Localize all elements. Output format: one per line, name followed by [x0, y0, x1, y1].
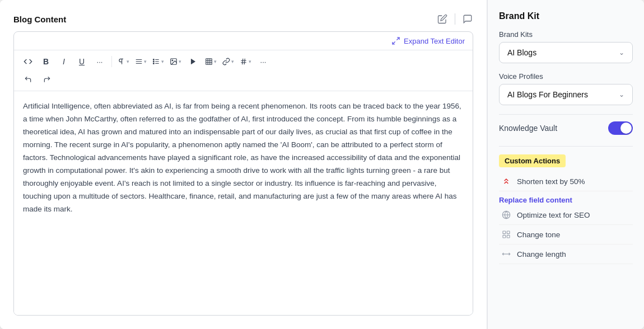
blog-title: Blog Content	[13, 15, 66, 24]
blog-header: Blog Content	[13, 13, 473, 25]
custom-actions-tag: Custom Actions	[499, 154, 566, 167]
blog-text: Artificial Intelligence, often abbreviat…	[23, 100, 464, 215]
italic-btn[interactable]: I	[55, 54, 72, 69]
change-tone-action[interactable]: Change tone	[499, 225, 633, 245]
svg-point-12	[172, 60, 173, 61]
svg-line-21	[242, 59, 243, 65]
toggle-knob	[620, 123, 632, 134]
underline-btn[interactable]: U	[73, 54, 90, 69]
table-btn[interactable]: ▾	[203, 54, 219, 69]
custom-actions-section: Custom Actions Shorten text by 50% Repla…	[499, 146, 633, 264]
voice-profiles-label: Voice Profiles	[499, 72, 633, 81]
svg-rect-28	[507, 235, 510, 238]
toolbar: B I U ··· ▾	[14, 50, 473, 91]
svg-rect-27	[503, 235, 506, 238]
expand-bar: Expand Text Editor	[14, 32, 473, 50]
optimize-seo-action[interactable]: Optimize text for SEO	[499, 205, 633, 225]
more1-btn[interactable]: ···	[91, 54, 108, 69]
svg-point-8	[153, 59, 154, 60]
link-btn[interactable]: ▾	[220, 54, 236, 69]
brand-kit-title: Brand Kit	[499, 11, 633, 21]
media-btn[interactable]	[185, 54, 202, 69]
expand-text-editor-link[interactable]: Expand Text Editor	[391, 36, 465, 45]
list-btn[interactable]: ▾	[150, 54, 166, 69]
svg-rect-14	[206, 59, 212, 65]
code-btn[interactable]	[20, 54, 36, 69]
header-divider	[455, 13, 455, 25]
sep1	[111, 56, 112, 67]
comment-icon[interactable]	[462, 13, 473, 25]
brand-kits-dropdown[interactable]: AI Blogs ⌄	[499, 42, 633, 63]
brand-kits-section: Brand Kits AI Blogs ⌄	[499, 30, 633, 63]
header-icons	[437, 13, 473, 25]
undo-btn[interactable]	[20, 72, 36, 87]
shorten-icon	[501, 176, 511, 186]
brand-kits-label: Brand Kits	[499, 30, 633, 39]
edit-icon[interactable]	[437, 13, 448, 25]
left-panel: Blog Content	[0, 0, 487, 329]
editor-box: Expand Text Editor B I	[13, 31, 473, 316]
image-btn[interactable]: ▾	[167, 54, 184, 69]
expand-label: Expand Text Editor	[404, 37, 465, 45]
svg-line-1	[393, 41, 395, 44]
shorten-text-label: Shorten text by 50%	[517, 177, 585, 186]
align-btn[interactable]: ▾	[133, 54, 149, 69]
svg-line-0	[396, 37, 399, 40]
svg-rect-26	[507, 231, 510, 234]
bold-btn[interactable]: B	[38, 54, 54, 69]
optimize-seo-label: Optimize text for SEO	[517, 211, 590, 219]
knowledge-vault-row: Knowledge Vault	[499, 114, 633, 137]
svg-marker-13	[191, 59, 195, 65]
redo-btn[interactable]	[39, 72, 55, 87]
voice-profiles-value: AI Blogs For Beginners	[507, 90, 588, 99]
length-icon	[501, 249, 511, 259]
brand-kits-value: AI Blogs	[507, 48, 536, 57]
knowledge-vault-toggle[interactable]	[608, 121, 633, 135]
change-tone-label: Change tone	[517, 231, 560, 239]
tone-icon	[501, 229, 511, 239]
shorten-text-action[interactable]: Shorten text by 50%	[499, 172, 633, 191]
toolbar-row-1: B I U ··· ▾	[20, 54, 467, 69]
paragraph-btn[interactable]: ▾	[115, 54, 132, 69]
seo-icon	[501, 210, 511, 220]
blog-content-area[interactable]: Artificial Intelligence, often abbreviat…	[14, 91, 473, 315]
svg-point-9	[153, 61, 154, 62]
voice-profiles-arrow-icon: ⌄	[619, 91, 624, 98]
svg-rect-25	[503, 231, 506, 234]
change-length-action[interactable]: Change length	[499, 245, 633, 264]
replace-field-label: Replace field content	[499, 196, 633, 204]
svg-point-10	[153, 63, 154, 64]
svg-line-22	[244, 59, 245, 65]
knowledge-vault-label: Knowledge Vault	[499, 124, 557, 133]
more2-btn[interactable]: ···	[255, 54, 272, 69]
hashtag-btn[interactable]: ▾	[237, 54, 254, 69]
right-panel: Brand Kit Brand Kits AI Blogs ⌄ Voice Pr…	[487, 0, 644, 329]
voice-profiles-dropdown[interactable]: AI Blogs For Beginners ⌄	[499, 84, 633, 105]
voice-profiles-section: Voice Profiles AI Blogs For Beginners ⌄	[499, 72, 633, 105]
brand-kits-arrow-icon: ⌄	[619, 49, 624, 57]
undo-redo-row	[20, 72, 467, 87]
change-length-label: Change length	[517, 250, 566, 258]
